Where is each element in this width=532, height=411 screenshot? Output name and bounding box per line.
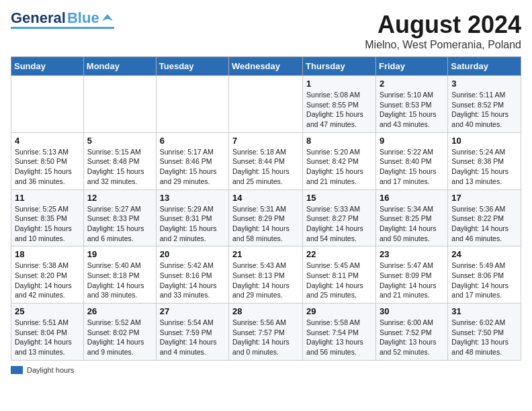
day-number: 30 (380, 306, 444, 316)
day-number: 7 (232, 136, 299, 146)
day-number: 26 (87, 306, 152, 316)
calendar-cell (229, 76, 303, 133)
legend-box (11, 366, 23, 374)
calendar-cell: 2Sunrise: 5:10 AM Sunset: 8:53 PM Daylig… (375, 76, 447, 133)
logo-general: General (11, 11, 66, 26)
calendar-cell: 7Sunrise: 5:18 AM Sunset: 8:44 PM Daylig… (229, 132, 303, 189)
calendar-header-friday: Friday (375, 57, 447, 76)
day-number: 28 (232, 306, 299, 316)
calendar-cell: 20Sunrise: 5:42 AM Sunset: 8:16 PM Dayli… (156, 246, 228, 304)
calendar-week-row: 4Sunrise: 5:13 AM Sunset: 8:50 PM Daylig… (11, 132, 521, 189)
day-info: Sunrise: 5:45 AM Sunset: 8:11 PM Dayligh… (306, 261, 372, 300)
calendar-cell: 30Sunrise: 6:00 AM Sunset: 7:52 PM Dayli… (375, 304, 447, 361)
day-info: Sunrise: 5:34 AM Sunset: 8:25 PM Dayligh… (380, 204, 444, 244)
calendar-cell: 15Sunrise: 5:33 AM Sunset: 8:27 PM Dayli… (303, 189, 376, 246)
day-number: 18 (15, 249, 80, 259)
day-info: Sunrise: 5:40 AM Sunset: 8:18 PM Dayligh… (87, 261, 152, 300)
calendar-cell: 14Sunrise: 5:31 AM Sunset: 8:29 PM Dayli… (229, 189, 303, 246)
day-number: 4 (15, 136, 80, 146)
calendar-cell: 27Sunrise: 5:54 AM Sunset: 7:59 PM Dayli… (156, 304, 228, 361)
day-info: Sunrise: 5:38 AM Sunset: 8:20 PM Dayligh… (15, 261, 80, 300)
day-info: Sunrise: 5:13 AM Sunset: 8:50 PM Dayligh… (15, 147, 80, 187)
calendar-cell: 4Sunrise: 5:13 AM Sunset: 8:50 PM Daylig… (11, 132, 84, 189)
calendar-cell: 26Sunrise: 5:52 AM Sunset: 8:02 PM Dayli… (83, 304, 156, 361)
day-number: 2 (380, 79, 444, 89)
day-info: Sunrise: 5:29 AM Sunset: 8:31 PM Dayligh… (160, 204, 225, 244)
day-info: Sunrise: 5:56 AM Sunset: 7:57 PM Dayligh… (232, 318, 299, 357)
day-info: Sunrise: 5:08 AM Sunset: 8:55 PM Dayligh… (306, 90, 372, 130)
day-number: 14 (232, 193, 299, 203)
day-number: 25 (15, 306, 80, 316)
day-info: Sunrise: 5:31 AM Sunset: 8:29 PM Dayligh… (232, 204, 299, 244)
day-number: 24 (451, 249, 517, 259)
day-number: 12 (87, 193, 152, 203)
calendar-cell: 1Sunrise: 5:08 AM Sunset: 8:55 PM Daylig… (303, 76, 376, 133)
day-number: 11 (15, 193, 80, 203)
logo-underline (11, 27, 114, 29)
day-info: Sunrise: 5:47 AM Sunset: 8:09 PM Dayligh… (380, 261, 444, 300)
calendar-header-row: SundayMondayTuesdayWednesdayThursdayFrid… (11, 57, 521, 76)
calendar-cell (11, 76, 84, 133)
calendar-week-row: 1Sunrise: 5:08 AM Sunset: 8:55 PM Daylig… (11, 76, 521, 133)
day-number: 16 (380, 193, 444, 203)
day-number: 17 (451, 193, 517, 203)
day-number: 21 (232, 249, 299, 259)
calendar-cell (83, 76, 156, 133)
day-info: Sunrise: 5:18 AM Sunset: 8:44 PM Dayligh… (232, 147, 299, 187)
day-info: Sunrise: 5:10 AM Sunset: 8:53 PM Dayligh… (380, 90, 444, 130)
calendar-header-thursday: Thursday (303, 57, 376, 76)
calendar-header-wednesday: Wednesday (229, 57, 303, 76)
calendar-cell: 24Sunrise: 5:49 AM Sunset: 8:06 PM Dayli… (448, 246, 521, 304)
logo: General Blue (11, 11, 114, 29)
logo-blue: Blue (67, 11, 99, 26)
calendar-header-sunday: Sunday (11, 57, 84, 76)
calendar-cell: 13Sunrise: 5:29 AM Sunset: 8:31 PM Dayli… (156, 189, 228, 246)
footer: Daylight hours (11, 366, 521, 374)
day-info: Sunrise: 5:54 AM Sunset: 7:59 PM Dayligh… (160, 318, 225, 357)
day-info: Sunrise: 5:11 AM Sunset: 8:52 PM Dayligh… (451, 90, 517, 130)
calendar-week-row: 18Sunrise: 5:38 AM Sunset: 8:20 PM Dayli… (11, 246, 521, 304)
day-number: 29 (306, 306, 372, 316)
day-number: 19 (87, 249, 152, 259)
day-number: 15 (306, 193, 372, 203)
calendar-cell: 16Sunrise: 5:34 AM Sunset: 8:25 PM Dayli… (375, 189, 447, 246)
calendar-cell (156, 76, 228, 133)
day-info: Sunrise: 5:52 AM Sunset: 8:02 PM Dayligh… (87, 318, 152, 357)
calendar-cell: 6Sunrise: 5:17 AM Sunset: 8:46 PM Daylig… (156, 132, 228, 189)
day-info: Sunrise: 5:27 AM Sunset: 8:33 PM Dayligh… (87, 204, 152, 244)
calendar-cell: 10Sunrise: 5:24 AM Sunset: 8:38 PM Dayli… (448, 132, 521, 189)
day-number: 23 (380, 249, 444, 259)
title-area: August 2024 Mielno, West Pomerania, Pola… (365, 11, 521, 51)
svg-marker-0 (102, 14, 113, 21)
calendar-cell: 31Sunrise: 6:02 AM Sunset: 7:50 PM Dayli… (448, 304, 521, 361)
day-number: 8 (306, 136, 372, 146)
day-info: Sunrise: 6:02 AM Sunset: 7:50 PM Dayligh… (451, 318, 517, 357)
day-info: Sunrise: 5:58 AM Sunset: 7:54 PM Dayligh… (306, 318, 372, 357)
day-number: 10 (451, 136, 517, 146)
calendar-cell: 18Sunrise: 5:38 AM Sunset: 8:20 PM Dayli… (11, 246, 84, 304)
calendar-cell: 9Sunrise: 5:22 AM Sunset: 8:40 PM Daylig… (375, 132, 447, 189)
calendar-cell: 11Sunrise: 5:25 AM Sunset: 8:35 PM Dayli… (11, 189, 84, 246)
calendar-week-row: 25Sunrise: 5:51 AM Sunset: 8:04 PM Dayli… (11, 304, 521, 361)
calendar-cell: 19Sunrise: 5:40 AM Sunset: 8:18 PM Dayli… (83, 246, 156, 304)
day-number: 5 (87, 136, 152, 146)
day-info: Sunrise: 5:51 AM Sunset: 8:04 PM Dayligh… (15, 318, 80, 357)
day-number: 22 (306, 249, 372, 259)
day-number: 13 (160, 193, 225, 203)
day-number: 9 (380, 136, 444, 146)
day-info: Sunrise: 5:20 AM Sunset: 8:42 PM Dayligh… (306, 147, 372, 187)
day-number: 1 (306, 79, 372, 89)
calendar-cell: 17Sunrise: 5:36 AM Sunset: 8:22 PM Dayli… (448, 189, 521, 246)
day-number: 31 (451, 306, 517, 316)
day-number: 6 (160, 136, 225, 146)
calendar-header-monday: Monday (83, 57, 156, 76)
calendar-cell: 25Sunrise: 5:51 AM Sunset: 8:04 PM Dayli… (11, 304, 84, 361)
logo-bird-icon (101, 11, 114, 25)
calendar-cell: 3Sunrise: 5:11 AM Sunset: 8:52 PM Daylig… (448, 76, 521, 133)
day-number: 20 (160, 249, 225, 259)
calendar-cell: 22Sunrise: 5:45 AM Sunset: 8:11 PM Dayli… (303, 246, 376, 304)
day-info: Sunrise: 5:22 AM Sunset: 8:40 PM Dayligh… (380, 147, 444, 187)
calendar-cell: 12Sunrise: 5:27 AM Sunset: 8:33 PM Dayli… (83, 189, 156, 246)
calendar-header-saturday: Saturday (448, 57, 521, 76)
calendar-cell: 28Sunrise: 5:56 AM Sunset: 7:57 PM Dayli… (229, 304, 303, 361)
